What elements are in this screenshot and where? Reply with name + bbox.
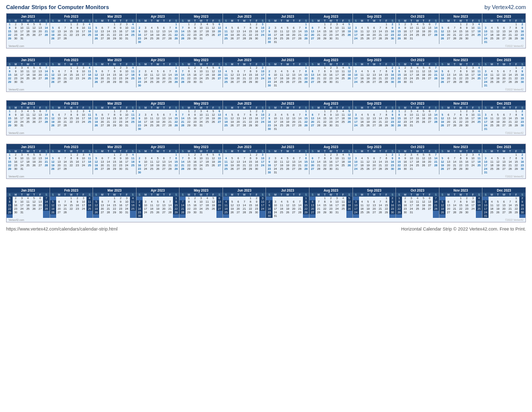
day-cell bbox=[446, 153, 452, 157]
page-footer: https://www.vertex42.com/calendars/calen… bbox=[6, 226, 526, 232]
day-cell: 24 bbox=[353, 124, 359, 127]
day-cell: 28 bbox=[180, 211, 186, 214]
day-cell: 23 bbox=[266, 80, 272, 84]
dow-cell: S bbox=[130, 19, 136, 23]
day-cell: 2 bbox=[389, 197, 395, 200]
day-cell: 2 bbox=[192, 66, 198, 70]
day-cell: 14 bbox=[316, 117, 322, 120]
dow-cell: F bbox=[253, 62, 259, 66]
day-cell bbox=[130, 211, 136, 214]
day-cell: 27 bbox=[56, 124, 62, 127]
day-cell: 31 bbox=[334, 124, 340, 127]
day-cell: 28 bbox=[62, 37, 68, 40]
day-cell: 29 bbox=[7, 124, 13, 127]
day-cell: 28 bbox=[297, 167, 303, 171]
day-cell: 21 bbox=[433, 117, 439, 120]
day-cell bbox=[377, 84, 383, 87]
day-cell: 7 bbox=[43, 66, 49, 70]
day-cell: 3 bbox=[259, 66, 265, 70]
day-cell: 6 bbox=[309, 70, 316, 73]
day-cell: 5 bbox=[495, 200, 501, 204]
dow-cell: W bbox=[285, 106, 291, 110]
dow-cell: S bbox=[439, 19, 446, 23]
day-cell: 21 bbox=[62, 207, 68, 211]
day-cell bbox=[161, 23, 167, 26]
day-cell: 14 bbox=[105, 160, 111, 164]
week-row: 21222324252627 bbox=[180, 33, 223, 37]
week-row: 2728293031 bbox=[309, 37, 352, 40]
week-row: 891011121314 bbox=[7, 157, 50, 160]
day-cell: 15 bbox=[111, 204, 117, 207]
day-cell bbox=[173, 84, 179, 87]
day-cell bbox=[340, 127, 346, 131]
day-cell: 16 bbox=[192, 73, 198, 77]
week-row: 45678910 bbox=[223, 70, 266, 73]
day-cell: 13 bbox=[371, 117, 377, 120]
dow-cell: S bbox=[173, 19, 179, 23]
day-cell bbox=[86, 127, 93, 131]
day-cell: 15 bbox=[247, 117, 253, 120]
day-cell: 22 bbox=[186, 207, 192, 211]
dow-cell: F bbox=[383, 62, 389, 66]
day-cell: 2 bbox=[389, 153, 395, 157]
day-cell: 19 bbox=[439, 33, 446, 37]
dow-cell: F bbox=[210, 193, 216, 197]
day-cell bbox=[476, 37, 482, 40]
dow-cell: S bbox=[303, 106, 309, 110]
day-cell: 9 bbox=[117, 113, 123, 117]
day-cell: 7 bbox=[241, 26, 247, 30]
day-cell bbox=[489, 66, 495, 70]
day-cell: 12 bbox=[346, 70, 352, 73]
dow-cell: T bbox=[291, 106, 297, 110]
day-cell: 22 bbox=[458, 77, 464, 80]
day-cell: 2 bbox=[464, 66, 470, 70]
day-cell: 7 bbox=[167, 200, 173, 204]
day-cell: 13 bbox=[501, 160, 507, 164]
day-cell: 17 bbox=[198, 117, 204, 120]
day-cell: 15 bbox=[111, 73, 117, 77]
day-cell: 16 bbox=[389, 117, 395, 120]
day-cell: 16 bbox=[464, 117, 470, 120]
dow-cell: F bbox=[340, 106, 346, 110]
day-cell bbox=[155, 127, 161, 131]
day-cell: 25 bbox=[204, 77, 210, 80]
day-cell bbox=[37, 127, 43, 131]
day-cell: 4 bbox=[223, 70, 229, 73]
day-cell bbox=[303, 40, 309, 44]
day-cell: 8 bbox=[322, 113, 328, 117]
dow-cell: S bbox=[50, 149, 56, 153]
day-cell bbox=[210, 167, 216, 171]
week-row bbox=[7, 84, 50, 87]
day-cell: 21 bbox=[167, 33, 173, 37]
day-cell bbox=[328, 40, 334, 44]
week-row: 567891011 bbox=[93, 70, 136, 73]
week-row bbox=[93, 84, 136, 87]
dow-cell: S bbox=[309, 62, 316, 66]
day-cell: 8 bbox=[383, 200, 389, 204]
day-cell: 23 bbox=[74, 33, 80, 37]
day-cell: 15 bbox=[247, 160, 253, 164]
day-cell: 27 bbox=[56, 167, 62, 171]
day-cell: 21 bbox=[297, 77, 303, 80]
day-cell bbox=[470, 214, 476, 218]
day-cell: 24 bbox=[198, 33, 204, 37]
month-title: Nov 2023 bbox=[439, 57, 482, 62]
month-block-0: Jan 2023SMTWTFS1234567891011121314151617… bbox=[7, 188, 50, 218]
day-cell: 20 bbox=[291, 120, 297, 124]
day-cell: 2 bbox=[328, 197, 334, 200]
day-cell: 11 bbox=[279, 204, 285, 207]
day-cell bbox=[19, 40, 25, 44]
day-cell: 28 bbox=[452, 37, 458, 40]
month-block-1: Feb 2023SMTWTFS1234567891011121314151617… bbox=[50, 101, 94, 131]
day-cell: 9 bbox=[328, 26, 334, 30]
dow-cell: S bbox=[519, 62, 525, 66]
day-cell: 3 bbox=[408, 197, 414, 200]
dow-cell: W bbox=[155, 149, 161, 153]
footer-url[interactable]: https://www.vertex42.com/calendars/calen… bbox=[6, 226, 118, 232]
day-cell: 14 bbox=[167, 204, 173, 207]
day-cell: 23 bbox=[137, 37, 143, 40]
day-cell: 5 bbox=[439, 200, 446, 204]
day-cell: 7 bbox=[316, 113, 322, 117]
day-cell: 14 bbox=[62, 204, 68, 207]
day-cell bbox=[427, 167, 433, 171]
